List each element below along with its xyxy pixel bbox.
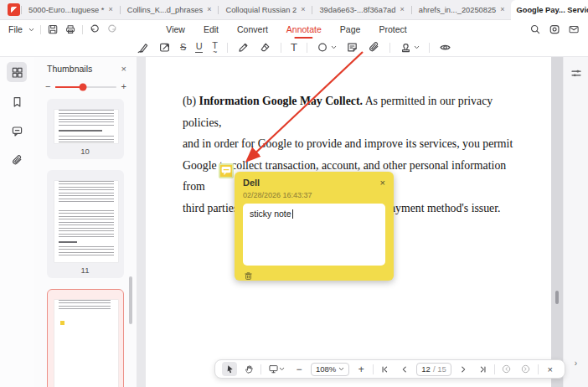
- collapse-panel-button[interactable]: ›: [575, 359, 577, 368]
- attachments-panel-button[interactable]: [7, 150, 27, 170]
- tab-close-icon[interactable]: ×: [400, 6, 404, 13]
- view-mode-button[interactable]: [266, 362, 287, 376]
- tab-divider: [21, 6, 22, 14]
- document-scrollbar[interactable]: [551, 57, 563, 387]
- tab-4[interactable]: 39da6e63-...8f36a7ad ×: [313, 0, 410, 20]
- document-page[interactable]: (b) Information Google May Collect. As p…: [146, 57, 551, 387]
- first-page-button[interactable]: [378, 362, 393, 376]
- eraser-tool-button[interactable]: [259, 41, 271, 54]
- tab-5[interactable]: ahrefs_in..._20250825 ×: [413, 0, 511, 20]
- tab-close-icon[interactable]: ×: [500, 6, 504, 13]
- slider-track[interactable]: [55, 86, 116, 88]
- tab-label: Collins_K...d_phrases: [127, 6, 203, 14]
- tab-close-icon[interactable]: ×: [301, 6, 305, 13]
- menu-view[interactable]: View: [166, 22, 185, 37]
- thumbnail-page-12-selected[interactable]: 12: [47, 289, 124, 387]
- app-logo-icon: [8, 3, 20, 16]
- redo-icon[interactable]: [106, 23, 118, 35]
- scrollbar-thumb[interactable]: [555, 291, 559, 304]
- divider: [307, 43, 307, 53]
- screenshot-icon[interactable]: [549, 23, 560, 35]
- preview-tool-button[interactable]: [439, 41, 451, 54]
- chevron-down-icon: [279, 367, 285, 371]
- thumbnails-grid-icon: [11, 66, 23, 79]
- close-toolbar-button[interactable]: ×: [543, 362, 558, 376]
- sticky-note-annotation-icon[interactable]: [219, 163, 234, 178]
- search-icon[interactable]: [529, 23, 541, 35]
- properties-sliders-icon[interactable]: [570, 67, 582, 80]
- thumbnail-page-11[interactable]: 11: [47, 170, 124, 278]
- note-close-button[interactable]: ×: [380, 178, 385, 188]
- pdf-editor-window: 5000-Euro...tuguese * × Collins_K...d_ph…: [0, 0, 588, 387]
- strikethrough-icon: S: [180, 43, 186, 52]
- underline-tool-button[interactable]: U: [195, 42, 203, 54]
- tab-close-icon[interactable]: ×: [207, 6, 211, 13]
- divider: [538, 364, 539, 374]
- cursor-icon: [224, 364, 235, 374]
- squiggly-tool-button[interactable]: T~: [212, 41, 218, 54]
- menu-edit[interactable]: Edit: [204, 22, 219, 37]
- history-forward-button[interactable]: [518, 362, 534, 376]
- tab-2[interactable]: Collins_K...d_phrases ×: [121, 0, 218, 20]
- bookmarks-panel-button[interactable]: [7, 91, 27, 111]
- tab-divider: [120, 6, 121, 14]
- page-number-input[interactable]: 12 / 15: [416, 363, 451, 376]
- save-icon[interactable]: [47, 23, 59, 35]
- history-back-button[interactable]: [499, 362, 514, 376]
- note-delete-button[interactable]: [243, 270, 254, 285]
- undo-icon[interactable]: [89, 23, 101, 35]
- zoom-out-button[interactable]: −: [291, 362, 307, 376]
- note-textarea[interactable]: sticky note: [243, 204, 385, 266]
- sticky-note-tool-button[interactable]: [346, 41, 358, 54]
- attachment-tool-button[interactable]: [368, 41, 380, 54]
- text-tool-button[interactable]: T: [291, 42, 297, 53]
- previous-page-button[interactable]: [397, 362, 412, 376]
- back-circle-icon: [501, 364, 512, 374]
- tab-label: Colloquial Russian 2: [225, 6, 297, 14]
- tab-6-active[interactable]: Google Pay... Service * ×: [511, 0, 588, 20]
- pencil-icon: [237, 41, 250, 54]
- shapes-tool-button[interactable]: [317, 41, 337, 54]
- comments-panel-button[interactable]: [7, 121, 27, 141]
- thumbnails-panel-button[interactable]: [7, 62, 27, 82]
- divider: [260, 364, 261, 374]
- highlight-tool-button[interactable]: [137, 41, 149, 54]
- highlighter-icon: [137, 41, 149, 54]
- panel-scrollbar-thumb[interactable]: [129, 276, 132, 324]
- slider-handle[interactable]: [79, 83, 86, 90]
- zoom-in-button[interactable]: +: [353, 362, 369, 376]
- monitor-icon: [268, 364, 279, 374]
- tab-close-icon[interactable]: ×: [108, 6, 112, 13]
- mail-icon[interactable]: [568, 23, 580, 35]
- hand-tool-button[interactable]: [241, 362, 256, 376]
- slider-plus-button[interactable]: +: [121, 82, 126, 91]
- tab-divider: [218, 6, 219, 14]
- panel-close-button[interactable]: ×: [121, 64, 126, 74]
- current-page-value[interactable]: 12: [421, 364, 431, 374]
- last-page-button[interactable]: [475, 362, 490, 376]
- tab-3[interactable]: Colloquial Russian 2 ×: [219, 0, 311, 20]
- pencil-tool-button[interactable]: [237, 41, 250, 54]
- menu-protect[interactable]: Protect: [379, 22, 406, 37]
- slider-minus-button[interactable]: −: [45, 82, 50, 91]
- tab-1[interactable]: 5000-Euro...tuguese * ×: [23, 0, 119, 20]
- thumbnail-image: [54, 110, 118, 143]
- panel-splitter[interactable]: [137, 57, 146, 387]
- menu-page[interactable]: Page: [340, 22, 361, 37]
- next-page-button[interactable]: [456, 362, 471, 376]
- menu-convert[interactable]: Convert: [237, 22, 268, 37]
- menu-annotate[interactable]: Annotate: [286, 22, 322, 37]
- print-icon[interactable]: [64, 23, 76, 35]
- first-page-icon: [380, 364, 390, 374]
- annotate-toolbar: S U T~ T: [0, 39, 588, 57]
- zoom-level-select[interactable]: 108%: [311, 363, 349, 376]
- menu-items: View Edit Convert Annotate Page Protect: [166, 22, 406, 37]
- area-highlight-tool-button[interactable]: [158, 41, 171, 54]
- select-tool-button[interactable]: [222, 362, 237, 376]
- divider: [281, 43, 281, 53]
- strikethrough-tool-button[interactable]: S: [180, 43, 186, 52]
- chevron-down-icon: [331, 45, 337, 49]
- thumbnail-page-10[interactable]: 10: [47, 99, 124, 159]
- stamp-tool-button[interactable]: [400, 41, 420, 54]
- file-menu[interactable]: File: [8, 24, 23, 34]
